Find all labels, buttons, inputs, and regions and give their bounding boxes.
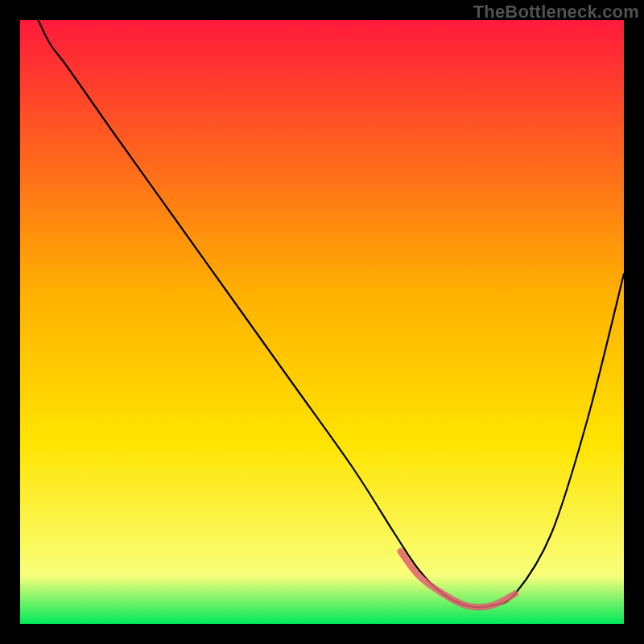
chart-frame: { "watermark": "TheBottleneck.com", "cha… [0,0,644,644]
bottleneck-chart [0,0,644,644]
gradient-background [20,20,624,624]
watermark-text: TheBottleneck.com [473,2,639,23]
